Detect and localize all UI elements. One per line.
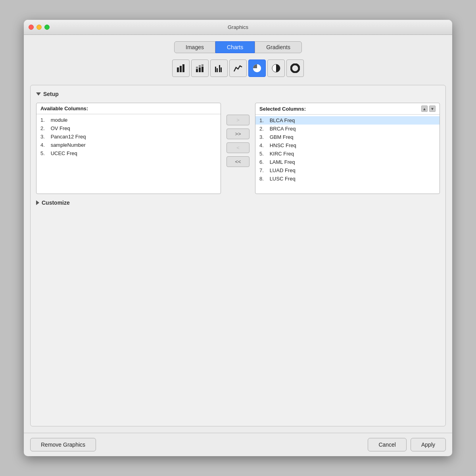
- tab-charts[interactable]: Charts: [215, 41, 255, 53]
- list-item[interactable]: 3. GBM Freq: [255, 133, 440, 141]
- stacked-bar-chart-icon[interactable]: [191, 60, 209, 77]
- list-item[interactable]: 1. module: [36, 116, 221, 124]
- contrast-chart-icon[interactable]: [267, 60, 285, 77]
- available-columns-container: Available Columns: 1. module 2. OV Freq …: [36, 103, 221, 194]
- svg-rect-2: [182, 64, 184, 72]
- svg-rect-3: [196, 69, 198, 72]
- customize-label: Customize: [42, 200, 70, 206]
- donut-chart-icon[interactable]: [286, 60, 304, 77]
- chart-toolbar: [30, 60, 446, 77]
- list-item[interactable]: 6. LAML Freq: [255, 158, 440, 166]
- list-item[interactable]: 2. BRCA Freq: [255, 125, 440, 133]
- svg-rect-10: [217, 68, 218, 72]
- move-left-button[interactable]: <: [226, 142, 250, 153]
- remove-graphics-button[interactable]: Remove Graphics: [30, 438, 96, 451]
- list-item[interactable]: 4. HNSC Freq: [255, 141, 440, 150]
- move-all-right-button[interactable]: >>: [226, 129, 250, 139]
- customize-triangle-icon: [36, 200, 39, 205]
- apply-button[interactable]: Apply: [411, 438, 446, 451]
- selected-columns-container: Selected Columns: ▲ ▼ 1. BLCA Freq 2.: [255, 103, 440, 194]
- minimize-button[interactable]: [36, 25, 42, 30]
- tab-bar: Images Charts Gradients: [30, 41, 446, 53]
- main-panel: Setup Available Columns: 1. module: [30, 85, 446, 426]
- svg-rect-0: [177, 67, 179, 72]
- setup-label: Setup: [43, 91, 59, 97]
- list-item[interactable]: 1. BLCA Freq: [255, 116, 440, 125]
- line-chart-icon[interactable]: [229, 60, 247, 77]
- graphics-window: Graphics Images Charts Gradients: [24, 20, 452, 456]
- list-item[interactable]: 5. KIRC Freq: [255, 150, 440, 158]
- window-content: Images Charts Gradients: [24, 35, 452, 433]
- svg-rect-5: [199, 67, 201, 72]
- customize-section-header[interactable]: Customize: [36, 200, 440, 206]
- scroll-up-arrow[interactable]: ▲: [421, 106, 428, 112]
- scroll-arrows: ▲ ▼: [421, 106, 436, 112]
- svg-rect-9: [215, 67, 216, 72]
- title-bar: Graphics: [24, 20, 452, 35]
- available-columns-list: 1. module 2. OV Freq 3. Pancan12 Freq: [36, 114, 221, 159]
- svg-rect-8: [202, 64, 203, 66]
- list-item[interactable]: 4. sampleNumber: [36, 141, 221, 149]
- window-title: Graphics: [228, 24, 248, 30]
- move-all-left-button[interactable]: <<: [226, 156, 250, 167]
- footer-right: Cancel Apply: [368, 438, 446, 451]
- columns-area: Available Columns: 1. module 2. OV Freq …: [36, 103, 440, 194]
- svg-rect-1: [180, 66, 182, 72]
- setup-section-header[interactable]: Setup: [36, 91, 440, 97]
- bar-chart-icon[interactable]: [172, 60, 190, 77]
- selected-columns-list: 1. BLCA Freq 2. BRCA Freq 3. GBM Freq: [255, 115, 440, 184]
- svg-rect-7: [202, 67, 203, 72]
- list-item[interactable]: 2. OV Freq: [36, 124, 221, 132]
- list-item[interactable]: 3. Pancan12 Freq: [36, 132, 221, 141]
- svg-rect-4: [196, 67, 198, 69]
- move-right-button[interactable]: >: [226, 115, 250, 125]
- tab-gradients[interactable]: Gradients: [255, 41, 302, 53]
- list-item[interactable]: 5. UCEC Freq: [36, 149, 221, 157]
- list-item[interactable]: 7. LUAD Freq: [255, 166, 440, 175]
- pie-chart-icon[interactable]: [248, 60, 266, 77]
- selected-columns-header: Selected Columns: ▲ ▼: [255, 103, 440, 115]
- svg-rect-12: [221, 67, 222, 72]
- scroll-down-arrow[interactable]: ▼: [429, 106, 436, 112]
- svg-rect-6: [199, 65, 201, 67]
- maximize-button[interactable]: [44, 25, 50, 30]
- close-button[interactable]: [29, 25, 34, 30]
- grouped-bar-chart-icon[interactable]: [210, 60, 228, 77]
- transfer-buttons: > >> < <<: [224, 103, 252, 167]
- setup-triangle-icon: [36, 92, 41, 96]
- cancel-button[interactable]: Cancel: [368, 438, 407, 451]
- traffic-lights: [29, 25, 50, 30]
- svg-rect-11: [219, 65, 220, 72]
- available-columns-header: Available Columns:: [36, 103, 221, 114]
- list-item[interactable]: 8. LUSC Freq: [255, 175, 440, 183]
- tab-images[interactable]: Images: [174, 41, 215, 53]
- footer: Remove Graphics Cancel Apply: [24, 433, 452, 456]
